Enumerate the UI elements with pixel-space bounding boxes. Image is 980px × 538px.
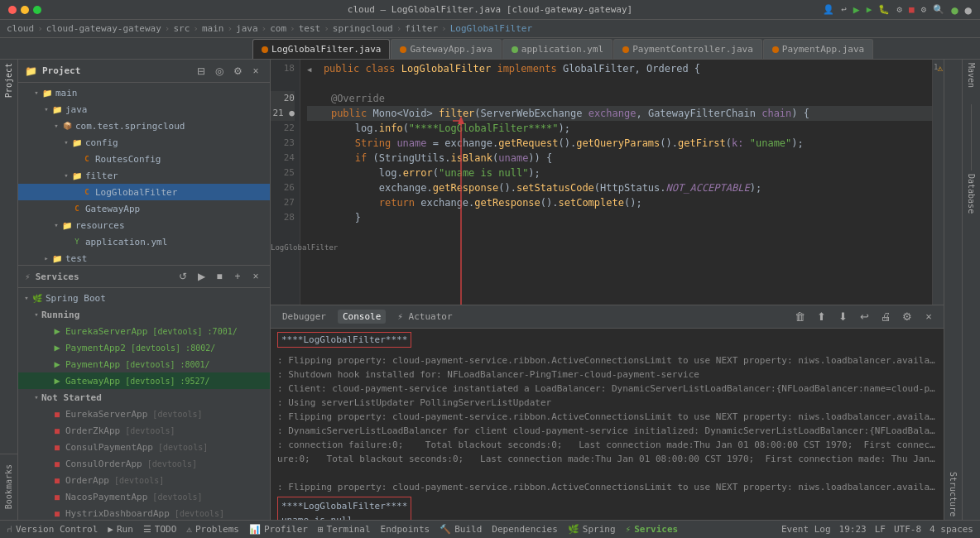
close-services-btn[interactable]: × [248, 269, 263, 284]
status-terminal[interactable]: ⊞ Terminal [318, 524, 371, 535]
maximize-button[interactable] [33, 6, 41, 14]
status-spring[interactable]: 🌿 Spring [568, 524, 616, 535]
status-vcs[interactable]: ⑁ Version Control [7, 524, 98, 535]
status-dependencies[interactable]: Dependencies [492, 524, 557, 535]
status-endpoints[interactable]: Endpoints [381, 524, 430, 535]
indent-display[interactable]: 4 spaces [930, 524, 973, 535]
tree-com-springcloud[interactable]: ▾ 📦 com.test.springcloud [18, 118, 270, 134]
settings-project-btn[interactable]: ⚙ [230, 64, 245, 79]
tree-config[interactable]: ▾ 📁 config [18, 134, 270, 151]
locate-btn[interactable]: ◎ [212, 64, 227, 79]
tree-java[interactable]: ▾ 📁 java [18, 101, 270, 118]
debug-button[interactable]: 🐛 [878, 4, 890, 15]
status-todo[interactable]: ☰ TODO [143, 524, 177, 535]
coverage-button[interactable]: ⚙ [896, 4, 902, 15]
tree-applicationyml[interactable]: Y application.yml [18, 233, 270, 250]
tab-console[interactable]: Console [338, 310, 386, 324]
java-icon: C [71, 203, 83, 214]
scroll-top-btn[interactable]: ⬆ [813, 309, 829, 325]
tree-main[interactable]: ▾ 📁 main [18, 84, 270, 101]
close-console-btn[interactable]: × [920, 309, 937, 325]
event-log-link[interactable]: Event Log [781, 524, 831, 535]
services-paymentapp[interactable]: ▶ PaymentApp [devtools] :8001/ [18, 356, 270, 372]
tree-filter[interactable]: ▾ 📁 filter [18, 167, 270, 184]
stop-button[interactable]: ■ [909, 4, 915, 15]
status-profiler[interactable]: 📊 Profiler [249, 524, 308, 535]
run-button[interactable]: ▶ [867, 4, 872, 15]
add-service-btn[interactable]: + [230, 269, 245, 284]
project-header: 📁 Project ⊟ ◎ ⚙ × [18, 60, 270, 83]
services-running[interactable]: ▾ Running [18, 306, 270, 323]
minimize-button[interactable] [21, 6, 29, 14]
stop-all-btn[interactable]: ■ [212, 269, 227, 284]
scroll-bottom-btn[interactable]: ⬇ [834, 309, 851, 325]
services-gatewayapp[interactable]: ▶ GatewayApp [devtools] :9527/ [18, 372, 270, 389]
status-build[interactable]: 🔨 Build [440, 524, 482, 535]
run-config[interactable]: ▶ [853, 3, 860, 16]
bc-com[interactable]: com [270, 23, 286, 34]
services-consulorder[interactable]: ■ ConsulOrderApp [devtools] [18, 455, 270, 472]
tree-routesconfig[interactable]: C RoutesConfig [18, 151, 270, 167]
settings-icon[interactable]: ⚙ [921, 4, 927, 15]
print-btn[interactable]: 🖨 [877, 309, 894, 325]
search-icon[interactable]: 🔍 [933, 4, 944, 15]
close-button[interactable] [8, 6, 17, 14]
services-hystrix[interactable]: ■ HystrixDashboardApp [devtools] [18, 505, 270, 520]
encoding-display[interactable]: UTF-8 [894, 524, 921, 535]
wrap-btn[interactable]: ↩ [856, 309, 872, 325]
services-orderzk[interactable]: ■ OrderZkApp [devtools] [18, 422, 270, 439]
tab-paymentcontroller[interactable]: PaymentController.java [613, 39, 762, 59]
clear-console-btn[interactable]: 🗑 [791, 309, 808, 325]
services-eurekaserver[interactable]: ▶ EurekaServerApp [devtools] :7001/ [18, 323, 270, 339]
console-line-8: ure:0; Total blackout seconds:0; Last co… [277, 452, 937, 466]
refresh-btn[interactable]: ↺ [175, 269, 190, 284]
tree-logglobalfilter[interactable]: C LogGlobalFilter [18, 184, 270, 200]
vcs-icon[interactable]: ↩ [841, 4, 847, 15]
bc-springcloud[interactable]: springcloud [333, 23, 393, 34]
close-project-btn[interactable]: × [248, 64, 263, 79]
collapse-all-btn[interactable]: ⊟ [194, 64, 209, 79]
maven-panel-label[interactable]: Maven Database [962, 60, 980, 520]
status-run[interactable]: ▶ Run [108, 524, 133, 535]
bc-cloud[interactable]: cloud [7, 23, 34, 34]
bc-main[interactable]: main [202, 23, 224, 34]
structure-panel-label[interactable]: Structure [944, 60, 962, 520]
database-label[interactable]: Database [967, 174, 976, 214]
code-editor[interactable]: 18 20 21 ● 22 23 24 25 26 27 28 LogGloba… [271, 60, 944, 305]
tree-resources[interactable]: ▾ 📁 resources [18, 217, 270, 233]
status-services[interactable]: ⚡ Services [626, 524, 679, 535]
bc-logfilter[interactable]: LogGlobalFilter [450, 23, 532, 34]
bc-test[interactable]: test [299, 23, 321, 34]
tab-gatewayapp[interactable]: GatewayApp.java [391, 39, 501, 59]
tree-gatewayapp[interactable]: C GatewayApp [18, 200, 270, 217]
services-paymentapp2[interactable]: ▶ PaymentApp2 [devtools] :8002/ [18, 339, 270, 356]
bc-filter[interactable]: filter [405, 23, 438, 34]
run-all-btn[interactable]: ▶ [194, 269, 209, 284]
services-orderapp[interactable]: ■ OrderApp [devtools] [18, 472, 270, 488]
services-eurekaserver2[interactable]: ■ EurekaServerApp [devtools] [18, 406, 270, 422]
bc-gateway[interactable]: cloud-gateway-gateway [46, 23, 161, 34]
tab-logglobalfilter[interactable]: LogGlobalFilter.java [252, 39, 390, 59]
lf-display[interactable]: LF [875, 524, 886, 535]
line-num-25: 25 [271, 166, 295, 180]
project-panel-label[interactable]: Project [0, 60, 18, 520]
status-problems[interactable]: ⚠ Problems [186, 524, 239, 535]
code-line-18: ◀ public class LogGlobalFilter implement… [307, 61, 932, 76]
tab-applicationyml[interactable]: application.yml [502, 39, 612, 59]
services-nacospayment[interactable]: ■ NacosPaymentApp [devtools] [18, 488, 270, 505]
tab-actuator[interactable]: ⚡ Actuator [392, 310, 457, 324]
tab-debugger[interactable]: Debugger [277, 310, 331, 324]
services-notstarted[interactable]: ▾ Not Started [18, 389, 270, 406]
bc-java[interactable]: java [236, 23, 258, 34]
tree-test[interactable]: ▸ 📁 test [18, 250, 270, 265]
tab-paymentapp[interactable]: PaymentApp.java [763, 39, 873, 59]
services-consulpayment[interactable]: ■ ConsulPaymentApp [devtools] [18, 439, 270, 455]
services-springboot[interactable]: ▾ 🌿 Spring Boot [18, 290, 270, 306]
settings-console-btn[interactable]: ⚙ [899, 309, 915, 325]
code-content[interactable]: ◀ public class LogGlobalFilter implement… [300, 60, 932, 305]
bookmarks-panel[interactable]: Bookmarks [0, 454, 18, 520]
services-tree: ▾ 🌿 Spring Boot ▾ Running ▶ EurekaServer… [18, 288, 270, 520]
tree-item-label: NacosPaymentApp [65, 492, 147, 502]
bc-src[interactable]: src [173, 23, 190, 34]
arrow-spacer [41, 343, 51, 353]
